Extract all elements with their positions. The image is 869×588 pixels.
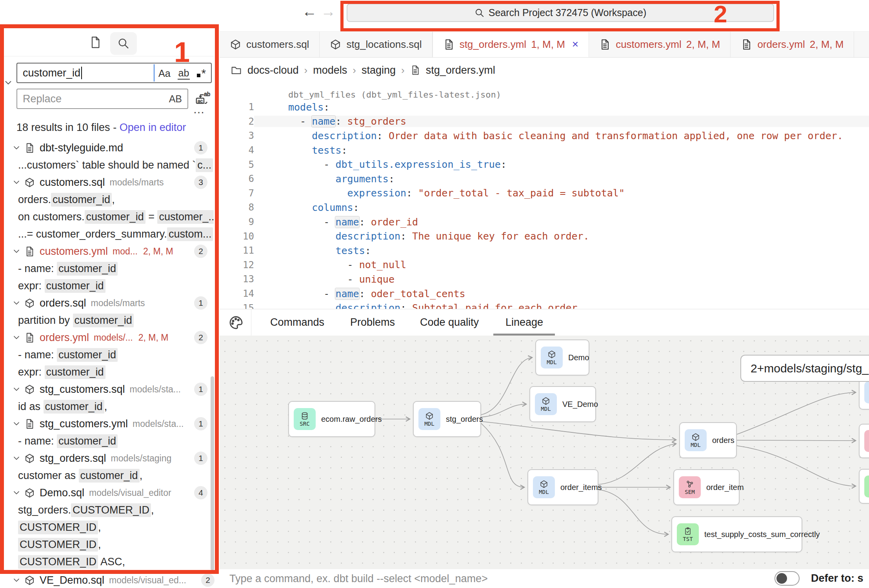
lineage-node-orders[interactable]: MDL orders [679,422,737,458]
match-row[interactable]: stg_orders.CUSTOMER_ID, [5,501,214,519]
text-caret [81,67,82,79]
lineage-node-ecom-raw-orders[interactable]: SRC ecom.raw_orders [288,401,375,437]
chevron-down-icon[interactable] [12,419,21,428]
open-in-editor-link[interactable]: Open in editor [120,122,186,133]
file-row[interactable]: orders.ymlmodels/...2, M, M 2 [5,329,214,346]
lineage-node-test-supply-costs[interactable]: TST test_supply_costs_sum_correctly [671,516,802,552]
match-count-badge: 3 [194,176,207,189]
model-icon [24,384,35,395]
lineage-node-ve-demo[interactable]: MDL VE_Demo [529,386,596,422]
tab-customers-sql[interactable]: customers.sql [220,32,320,57]
breadcrumb: docs-cloud › models › staging › stg_orde… [220,58,869,83]
search-tool-button[interactable] [110,32,137,55]
match-row[interactable]: - name: customer_id [5,346,214,363]
back-button[interactable]: ← [302,3,317,20]
match-row[interactable]: CUSTOMER_ID ASC, [5,553,214,570]
lineage-node-order-items[interactable]: MDL order_items [527,469,598,505]
command-input[interactable]: Type a command, ex. dbt build --select <… [229,573,488,585]
regex-button[interactable]: * [197,67,206,80]
panel-tab-problems[interactable]: Problems [350,316,395,328]
breadcrumb-file[interactable]: stg_orders.yml [426,64,495,76]
lineage-node-stg-orders[interactable]: MDL stg_orders [413,401,481,437]
chevron-down-icon[interactable] [12,454,21,463]
replace-input[interactable]: Replace AB [16,89,188,109]
match-row[interactable]: orders.customer_id, [5,191,214,208]
file-row[interactable]: stg_customers.ymlmodels/sta... 1 [5,415,214,432]
chevron-down-icon[interactable] [12,575,21,585]
breadcrumb-staging[interactable]: staging [362,64,396,76]
model-icon [24,488,35,498]
chevron-down-icon[interactable] [12,247,21,256]
lineage-node-partial-2[interactable]: SEM [859,424,869,458]
match-row[interactable]: expr: customer_id [5,277,214,294]
lineage-node-demo[interactable]: MDL Demo [535,339,589,376]
match-row[interactable]: - name: customer_id [5,432,214,450]
whole-word-button[interactable]: ab [178,67,190,80]
model-icon [542,397,550,405]
close-icon[interactable]: × [572,38,578,51]
defer-toggle[interactable] [774,571,800,586]
panel-tab-code-quality[interactable]: Code quality [420,316,479,328]
model-icon [425,412,434,420]
model-badge: MDL [541,347,563,368]
match-count-badge: 1 [194,383,207,396]
file-row[interactable]: dbt-styleguide.md 1 [5,139,214,156]
chevron-down-icon[interactable] [12,333,21,342]
file-row[interactable]: stg_customers.sqlmodels/sta... 1 [5,381,214,398]
file-row[interactable]: orders.sqlmodels/marts 1 [5,294,214,312]
panel-tab-commands[interactable]: Commands [270,316,324,328]
file-row[interactable]: Demo.sqlmodels/visual_editor 4 [5,484,214,501]
palette-icon[interactable] [228,315,244,330]
input-divider [154,64,155,82]
model-badge: MDL [418,408,440,430]
doc-icon [741,39,752,50]
lineage-canvas[interactable]: SRC ecom.raw_orders MDL stg_orders MDL D… [220,336,869,569]
toggle-replace-chevron-icon[interactable] [3,78,13,88]
model-icon [24,298,35,309]
match-row[interactable]: ...= customer_orders_summary.custom... [5,225,214,243]
file-row[interactable]: stg_orders.sqlmodels/staging 1 [5,450,214,467]
match-row[interactable]: - name: customer_id [5,260,214,277]
model-icon [24,453,35,464]
match-row[interactable]: on customers.customer_id = customer_... [5,208,214,225]
match-row[interactable]: id as customer_id, [5,398,214,415]
match-row[interactable]: partition by customer_id [5,312,214,329]
tab-stg-orders-yml[interactable]: stg_orders.yml1, M, M× [433,32,589,57]
chevron-down-icon[interactable] [12,488,21,497]
match-case-button[interactable]: Aa [158,68,171,79]
more-actions-button[interactable]: … [193,103,205,116]
forward-button[interactable]: → [321,3,336,20]
chevron-down-icon[interactable] [12,298,21,308]
file-row[interactable]: customers.ymlmod...2, M, M 2 [5,243,214,260]
lineage-node-partial-3[interactable]: TST [859,469,869,504]
lineage-selector-input[interactable]: 2+models/staging/stg_or [740,355,869,382]
search-icon [117,37,130,50]
doc-icon [443,39,454,50]
doc-icon [24,419,35,429]
chevron-down-icon[interactable] [12,143,21,152]
breadcrumb-models[interactable]: models [313,64,347,76]
tab-orders-yml[interactable]: orders.yml2, M, M [731,32,854,57]
sidebar-scrollbar[interactable] [211,376,214,570]
tab-stg-locations-sql[interactable]: stg_locations.sql [320,32,432,57]
file-row[interactable]: customers.sqlmodels/marts 3 [5,174,214,191]
match-row[interactable]: expr: customer_id [5,363,214,381]
panel-tab-lineage[interactable]: Lineage [505,316,543,328]
model-icon [24,177,35,188]
match-count-badge: 1 [194,296,207,310]
match-row[interactable]: CUSTOMER_ID, [5,519,214,536]
search-results-list: dbt-styleguide.md 1 ...customers` table … [5,139,214,570]
file-explorer-icon[interactable] [89,36,102,49]
preserve-case-button[interactable]: AB [169,93,182,105]
chevron-down-icon[interactable] [12,178,21,187]
match-row[interactable]: CUSTOMER_ID, [5,536,214,553]
file-row[interactable]: VE_Demo.sqlmodels/visual_ed... 2 [5,572,221,588]
match-row[interactable]: customer as customer_id, [5,467,214,484]
tab-customers-yml[interactable]: customers.yml2, M, M [589,32,731,57]
breadcrumb-project[interactable]: docs-cloud [247,64,299,76]
project-search-bar[interactable]: Search Project 372475 (Workspace) [347,4,774,22]
code-editor[interactable]: dbt_yml_files (dbt_yml_files-latest.json… [220,83,869,309]
lineage-node-order-item[interactable]: SEM order_item [673,469,740,505]
chevron-down-icon[interactable] [12,385,21,394]
match-row[interactable]: ...customers` table should be named `c..… [5,156,214,174]
